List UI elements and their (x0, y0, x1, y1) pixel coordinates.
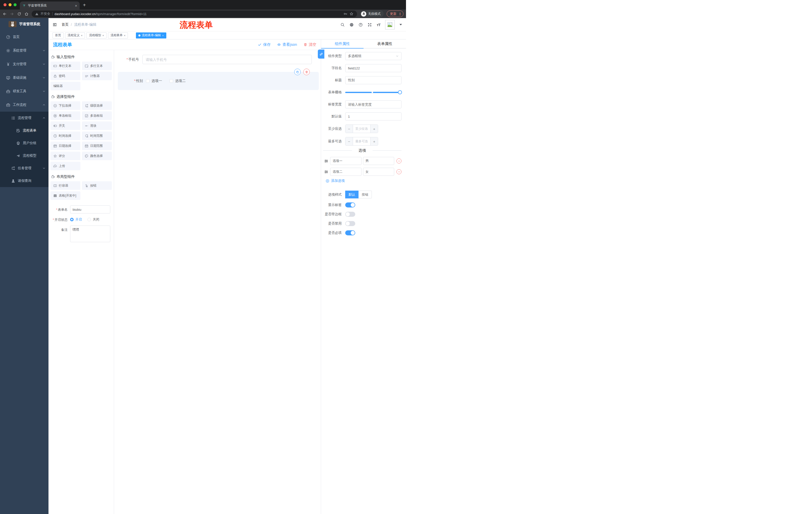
decrease-button[interactable]: − (345, 125, 353, 133)
slider-handle[interactable] (398, 90, 402, 94)
sidebar-item[interactable]: 研发工具 (0, 84, 49, 98)
avatar-caret-icon[interactable] (400, 24, 402, 25)
increase-button[interactable]: + (370, 137, 378, 145)
component-item[interactable]: 级联选择 (82, 101, 112, 110)
address-bar[interactable]: 不安全 dashboard.yudao.iocoder.cn/bpm/manag… (32, 10, 357, 17)
sidebar-item[interactable]: 任务管理 (0, 162, 49, 174)
reload-icon[interactable] (17, 12, 21, 16)
component-item[interactable]: 单选框组 (51, 111, 80, 120)
inspector-tab[interactable]: 组件属性 (321, 39, 364, 48)
increase-button[interactable]: + (370, 125, 378, 133)
checkbox-option[interactable]: 选项一 (146, 79, 162, 83)
fullscreen-icon[interactable] (368, 23, 372, 27)
option-value-input[interactable] (363, 157, 395, 165)
view-json-button[interactable]: 查看json (277, 42, 297, 47)
browser-tab[interactable]: 芋道管理系统 × (20, 1, 80, 9)
toggle-switch[interactable] (345, 212, 355, 217)
component-item[interactable]: 多选框组 (82, 111, 112, 120)
sidebar-item[interactable]: 流程模型 (0, 150, 49, 162)
browser-menu-icon[interactable]: ⋮ (399, 12, 402, 16)
view-tab-close-icon[interactable]: × (102, 34, 104, 37)
default-value-input[interactable] (345, 112, 402, 120)
status-off-radio[interactable]: 关闭 (87, 217, 99, 222)
drag-handle-icon[interactable] (324, 159, 328, 163)
maximize-window-button[interactable] (13, 3, 17, 6)
component-item[interactable]: 密码 (51, 72, 80, 80)
component-item[interactable]: 表格[开发中] (51, 191, 80, 200)
option-label-input[interactable] (330, 168, 361, 176)
component-item[interactable]: 单行文本 (51, 62, 80, 70)
option-label-input[interactable] (330, 157, 361, 165)
canvas-field-gender-selected[interactable]: *性别 选项一 选项二 (118, 72, 319, 90)
component-item[interactable]: 123 计数器 (82, 72, 112, 80)
sidebar-item[interactable]: 工作流程 (0, 98, 49, 112)
min-select-stepper[interactable]: − + (345, 125, 378, 133)
font-size-icon[interactable]: тT (377, 23, 380, 27)
form-name-input[interactable] (70, 206, 110, 214)
clear-button[interactable]: 清空 (303, 42, 316, 47)
segment-button[interactable]: 默认 (345, 191, 358, 198)
delete-component-button[interactable] (303, 69, 310, 75)
field-link-button[interactable] (318, 50, 324, 59)
sidebar-item[interactable]: 首页 (0, 30, 49, 44)
component-item[interactable]: 滑块 (82, 121, 112, 130)
close-window-button[interactable] (3, 3, 6, 6)
collapse-sidebar-icon[interactable] (53, 22, 57, 27)
phone-input[interactable] (142, 55, 312, 64)
new-tab-button[interactable]: + (83, 2, 86, 7)
component-item[interactable]: 开关 (51, 121, 80, 130)
canvas-field-phone[interactable]: *手机号 (114, 55, 312, 64)
option-value-input[interactable] (363, 168, 395, 176)
remark-textarea[interactable] (70, 225, 110, 242)
view-tab[interactable]: 流程表单 × (108, 32, 128, 38)
update-button[interactable]: 更新 ⋮ (387, 10, 404, 17)
max-select-input[interactable] (353, 137, 370, 145)
max-select-stepper[interactable]: − + (345, 137, 378, 145)
component-item[interactable]: 日期范围 (82, 141, 112, 150)
title-input[interactable] (345, 76, 402, 84)
view-tab[interactable]: 流程定义 × (65, 32, 85, 38)
view-tab-close-icon[interactable]: × (162, 34, 164, 37)
view-tab-close-icon[interactable]: × (81, 34, 82, 37)
checkbox-icon[interactable] (170, 79, 173, 83)
component-item[interactable]: 行容器 (51, 181, 80, 190)
component-item[interactable]: 日期选择 (51, 141, 80, 150)
sidebar-item[interactable]: 用户分组 (0, 137, 49, 150)
component-item[interactable]: 多行文本 (82, 62, 112, 70)
component-item[interactable]: 按钮 (82, 181, 112, 190)
form-grid-slider[interactable] (345, 88, 402, 96)
view-tab[interactable]: 流程表单-编辑 × (136, 32, 166, 38)
copy-component-button[interactable] (294, 69, 301, 75)
forward-icon[interactable] (10, 12, 14, 16)
window-controls[interactable] (3, 3, 17, 6)
sidebar-item[interactable]: 流程管理 (0, 112, 49, 124)
component-item[interactable]: 下拉选择 (51, 101, 80, 110)
component-item[interactable]: 上传 (51, 162, 80, 170)
toggle-switch[interactable] (345, 221, 355, 226)
home-icon[interactable] (24, 12, 29, 16)
back-icon[interactable] (2, 12, 7, 16)
sidebar-item[interactable]: 支付管理 (0, 57, 49, 71)
remove-option-button[interactable] (397, 169, 402, 174)
component-item[interactable]: 编辑器 (51, 82, 80, 90)
checkbox-icon[interactable] (146, 79, 149, 83)
component-item[interactable]: 时间范围 (82, 132, 112, 140)
component-type-select[interactable]: 多选框组 (345, 52, 402, 60)
minimize-window-button[interactable] (8, 3, 11, 6)
label-width-input[interactable] (345, 100, 402, 108)
toggle-switch[interactable] (345, 202, 355, 208)
status-on-radio[interactable]: 开启 (70, 217, 82, 222)
help-icon[interactable] (358, 23, 363, 27)
component-item[interactable]: 时间选择 (51, 132, 80, 140)
component-item[interactable]: 评分 (51, 152, 80, 160)
app-logo[interactable]: 芋道管理系统 (0, 18, 49, 30)
github-icon[interactable] (349, 23, 354, 27)
inspector-tab[interactable]: 表单属性 (364, 39, 406, 48)
search-icon[interactable] (341, 23, 345, 27)
sidebar-item[interactable]: 请假查询 (0, 174, 49, 187)
view-tab-close-icon[interactable]: × (124, 34, 125, 37)
sidebar-item[interactable]: 流程表单 (0, 124, 49, 137)
bookmark-star-icon[interactable] (349, 12, 353, 16)
save-button[interactable]: 保存 (258, 42, 270, 47)
sidebar-item[interactable]: 基础设施 (0, 71, 49, 84)
